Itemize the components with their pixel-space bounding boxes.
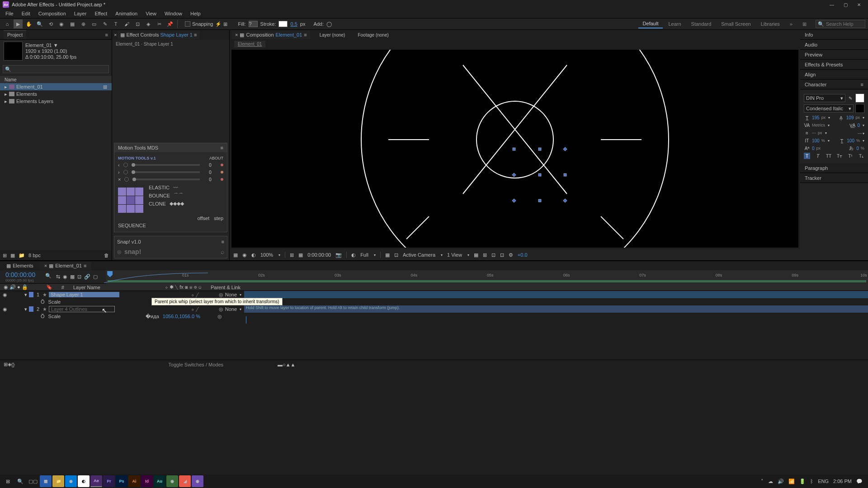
mt-dot-3[interactable]: [221, 178, 223, 181]
snap-opt-icon[interactable]: ⚡: [215, 21, 222, 27]
tl-f3-icon[interactable]: {}: [11, 362, 14, 367]
ws-libraries[interactable]: Libraries: [756, 20, 784, 28]
proj-item-element01[interactable]: ▸Element_01 ⊞: [0, 83, 112, 90]
ws-learn[interactable]: Learn: [664, 20, 685, 28]
stroke-swatch[interactable]: [278, 21, 288, 27]
vf-i3-icon[interactable]: ⊡: [491, 252, 495, 258]
tb-premiere[interactable]: Pr: [103, 475, 115, 487]
vf-snapshot-icon[interactable]: 📷: [335, 252, 342, 258]
rect-tool[interactable]: ▭: [90, 19, 99, 28]
tl-tool-2[interactable]: ◉: [63, 274, 67, 280]
snapping-checkbox[interactable]: [185, 21, 190, 27]
prop-scale-1[interactable]: Scale: [48, 299, 61, 305]
tray-lang[interactable]: ENG: [818, 479, 829, 484]
eraser-tool[interactable]: ◈: [144, 19, 153, 28]
comp-flowchart[interactable]: Element_01: [234, 41, 265, 47]
menu-effect[interactable]: Effect: [91, 10, 111, 17]
tb-app-2[interactable]: ◉: [65, 475, 77, 487]
tb-illustrator[interactable]: Ai: [128, 475, 140, 487]
tl-search-icon[interactable]: 🔍: [45, 273, 56, 281]
menu-composition[interactable]: Composition: [35, 10, 70, 17]
ws-default[interactable]: Default: [638, 19, 663, 28]
vf-res[interactable]: Full: [360, 252, 368, 258]
current-time[interactable]: 0:00:00:00: [0, 271, 41, 278]
paragraph-panel-header[interactable]: Paragraph: [800, 163, 868, 173]
hand-tool[interactable]: ✋: [24, 19, 33, 28]
tsume[interactable]: 0: [856, 146, 859, 151]
mt-radio-2[interactable]: [123, 170, 128, 174]
tray-volume-icon[interactable]: 🔊: [778, 479, 784, 484]
zoom-tool[interactable]: 🔍: [35, 19, 44, 28]
mt-dot-1[interactable]: [221, 164, 223, 166]
tray-bt-icon[interactable]: ᛒ: [810, 479, 813, 484]
tl-zoom-out[interactable]: ▬: [278, 362, 283, 367]
layer-row-2[interactable]: ◉ ▾ 2 ★ Layer 4 Outlines ↖ ⬦ ╱ ◎ None▾ H…: [0, 305, 868, 313]
effects-presets-header[interactable]: Effects & Presets: [800, 60, 868, 70]
menu-edit[interactable]: Edit: [18, 10, 34, 17]
vf-mask-icon[interactable]: ◐: [251, 252, 256, 258]
vf-channel-icon[interactable]: ◉: [242, 252, 247, 258]
tl-zoom-slider[interactable]: ○: [283, 362, 286, 367]
effect-controls-tab[interactable]: ▦Effect Controls Shape Layer 1≡: [118, 31, 199, 39]
bpc-button[interactable]: 8 bpc: [28, 253, 41, 258]
menu-layer[interactable]: Layer: [71, 10, 90, 17]
new-comp-icon[interactable]: ▦: [10, 253, 15, 258]
anchor-tool[interactable]: ⊕: [79, 19, 88, 28]
interpret-icon[interactable]: ⊞: [3, 253, 7, 258]
vf-exposure[interactable]: +0.0: [518, 252, 528, 258]
layer-tab[interactable]: Layer (none): [316, 31, 349, 39]
preview-panel-header[interactable]: Preview: [800, 50, 868, 60]
vf-camera[interactable]: Active Camera: [403, 252, 435, 258]
tb-app-4[interactable]: ◢: [179, 475, 191, 487]
tray-notifications-icon[interactable]: 💬: [856, 479, 863, 484]
playhead[interactable]: [107, 271, 113, 277]
ws-more-icon[interactable]: »: [785, 20, 797, 28]
roto-tool[interactable]: ✂: [155, 19, 164, 28]
layer-row-1[interactable]: ◉ ▾ 1 ★ Shape Layer 1 ⬦ ╱ ◎ None▾: [0, 291, 868, 298]
audio-panel-header[interactable]: Audio: [800, 40, 868, 50]
tl-f2-icon[interactable]: ◈: [8, 361, 11, 367]
menu-help[interactable]: Help: [187, 10, 204, 17]
tb-chrome[interactable]: ◐: [78, 475, 90, 487]
tl-tool-1[interactable]: ⇆: [56, 274, 60, 280]
vf-grid-icon[interactable]: ▦: [298, 252, 303, 258]
task-view-icon[interactable]: ▢▢: [27, 475, 39, 487]
new-folder-icon[interactable]: 📁: [19, 253, 25, 258]
tb-app-1[interactable]: ▦: [40, 475, 52, 487]
footage-tab[interactable]: Footage (none): [354, 31, 392, 39]
mt-x[interactable]: ×: [118, 177, 121, 182]
hscale[interactable]: 100: [847, 138, 854, 143]
mt-slider-2[interactable]: [132, 171, 200, 173]
smallcaps-button[interactable]: Tᴛ: [836, 153, 843, 159]
kerning[interactable]: Metrics: [812, 123, 825, 127]
tb-app-5[interactable]: ◉: [192, 475, 203, 487]
font-size[interactable]: 195: [812, 115, 820, 120]
ws-standard[interactable]: Standard: [687, 20, 716, 28]
tb-photoshop[interactable]: Ps: [116, 475, 127, 487]
start-button[interactable]: ⊞: [2, 475, 14, 487]
tracking[interactable]: 0: [857, 123, 860, 128]
leading[interactable]: 109: [846, 115, 854, 120]
tl-tool-4[interactable]: ⊡: [77, 274, 81, 280]
menu-view[interactable]: View: [142, 10, 160, 17]
mt-slider-1[interactable]: [132, 164, 200, 166]
vf-3d-icon[interactable]: ⊡: [394, 252, 398, 258]
tb-aftereffects[interactable]: Ae: [90, 475, 102, 487]
ws-reset-icon[interactable]: ⊞: [798, 20, 811, 28]
baseline[interactable]: 0: [812, 146, 815, 151]
tray-wifi-icon[interactable]: 📶: [788, 479, 795, 484]
close-button[interactable]: ✕: [853, 1, 865, 8]
tb-audition[interactable]: Au: [154, 475, 165, 487]
allcaps-button[interactable]: TT: [826, 153, 832, 159]
vf-i1-icon[interactable]: ▦: [474, 252, 478, 258]
tl-zoom-in[interactable]: ▲▲: [286, 362, 296, 367]
selection-tool[interactable]: ▶: [14, 19, 23, 28]
pen-tool[interactable]: ✎: [100, 19, 109, 28]
camera-tool[interactable]: ▦: [68, 19, 77, 28]
fill-swatch[interactable]: ?: [249, 21, 258, 27]
toggle-switches[interactable]: Toggle Switches / Modes: [168, 362, 223, 367]
tray-cloud-icon[interactable]: ☁: [768, 479, 773, 484]
scale-value[interactable]: 1056.0,1056.0 %: [163, 314, 200, 319]
superscript-button[interactable]: T¹: [847, 153, 854, 159]
vscale[interactable]: 100: [812, 138, 820, 143]
